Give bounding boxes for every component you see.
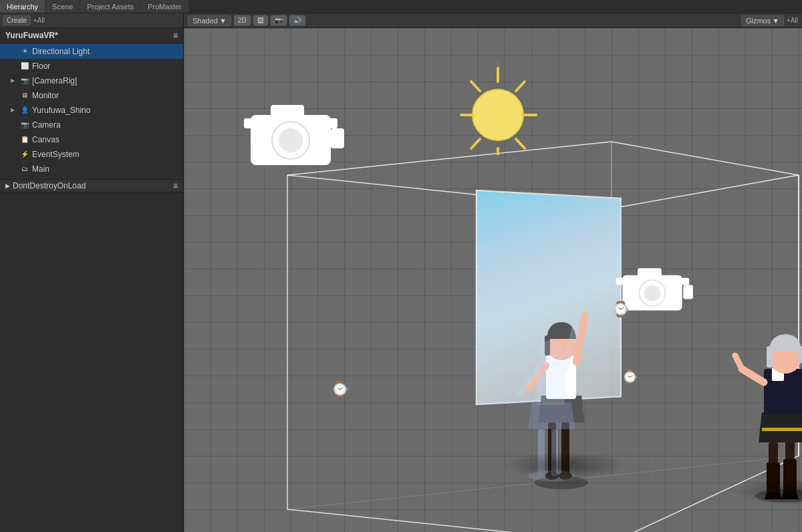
svg-line-29 [471,139,480,148]
scene-toolbar-right: Gizmos ▼ +All [741,15,798,26]
character-right [732,282,802,503]
gizmos-dropdown[interactable]: Gizmos ▼ [741,15,784,26]
all-label: +All [33,17,45,24]
section-menu-icon[interactable]: ≡ [173,181,178,190]
main-area: Create +All YuruFuwaVR* ≡ ☀ Directional … [0,13,802,532]
hierarchy-item-camera[interactable]: 📷 Camera [0,118,183,132]
hierarchy-item-floor[interactable]: ⬜ Floor [0,59,183,74]
dont-destroy-section: ▶ DontDestroyOnLoad ≡ [0,179,183,192]
scene-toolbar-left: Shaded ▼ 2D 🖼 📷 🔊 [188,15,305,26]
scene-title: YuruFuwaVR* ≡ [0,28,183,43]
main-icon: 🗂 [20,164,29,174]
item-label: Floor [32,60,50,72]
tab-promaster[interactable]: ProMaster [141,0,189,13]
camera-icon: 📷 [20,120,29,130]
svg-line-63 [742,369,764,382]
render-icon-btn[interactable]: 🖼 [253,15,268,25]
floor-shadow-right [732,479,802,505]
hierarchy-item-canvas[interactable]: 📋 Canvas [0,132,183,147]
svg-line-26 [471,82,480,91]
directional-light-icon: ☀ [20,47,29,56]
svg-rect-68 [798,346,802,363]
svg-rect-51 [537,362,565,405]
arrow-icon: ▶ [11,104,17,116]
shaded-dropdown[interactable]: Shaded ▼ [188,15,231,26]
item-label: Directional Light [32,45,90,57]
hierarchy-item-yurufuwa-shino[interactable]: ▶ 👤 Yurufuwa_Shino [0,103,183,118]
character-icon: 👤 [20,106,29,115]
svg-line-64 [735,356,742,369]
scene-canvas[interactable]: ⌚ ⌚ ⌚ [184,28,802,532]
scene-name: YuruFuwaVR* [5,31,58,40]
2d-toggle[interactable]: 2D [234,15,251,25]
extra-btn[interactable]: 📷 [271,15,287,25]
sidebar: Create +All YuruFuwaVR* ≡ ☀ Directional … [0,13,184,532]
svg-rect-34 [271,105,304,118]
dont-destroy-label: DontDestroyOnLoad [13,181,86,190]
scene-settings-icon[interactable]: ≡ [173,31,178,40]
svg-rect-76 [683,285,693,299]
svg-rect-75 [680,278,690,285]
vr-controller-mid: ⌚ [612,301,630,318]
all-right-label: +All [787,17,798,24]
monitor-icon: 🖥 [20,91,29,100]
arrow-icon: ▶ [11,75,17,87]
extra-btn2[interactable]: 🔊 [289,15,305,25]
hierarchy-list: ☀ Directional Light ⬜ Floor ▶ 📷 [CameraR… [0,43,183,532]
item-label: Camera [32,119,61,131]
svg-line-52 [519,372,537,394]
svg-point-21 [473,90,523,140]
svg-rect-77 [616,278,624,285]
svg-rect-37 [331,128,344,148]
floor-shadow-left [505,452,625,479]
sidebar-toolbar: Create +All [0,13,183,28]
vr-controller-left: ⌚ [331,381,349,398]
svg-line-27 [516,139,525,148]
create-button[interactable]: Create [3,15,31,25]
camera-icon-large [237,88,344,175]
svg-point-33 [279,128,303,152]
item-label: [CameraRig] [32,75,77,87]
svg-line-16 [612,142,799,175]
svg-rect-74 [638,268,662,278]
hierarchy-item-monitor[interactable]: 🖥 Monitor [0,88,183,103]
hierarchy-item-camerarig[interactable]: ▶ 📷 [CameraRig] [0,74,183,88]
sun-decoration [454,55,541,162]
item-label: Monitor [32,90,59,102]
svg-line-28 [516,82,525,91]
hierarchy-item-eventsystem[interactable]: ⚡ EventSystem [0,147,183,162]
svg-point-73 [644,285,660,301]
hierarchy-item-directional-light[interactable]: ☀ Directional Light [0,44,183,59]
section-expand-icon[interactable]: ▶ [5,182,10,189]
tab-hierarchy[interactable]: Hierarchy [0,0,45,13]
hierarchy-item-main[interactable]: 🗂 Main [0,162,183,176]
svg-rect-67 [767,346,773,368]
tab-scene[interactable]: Scene [45,0,80,13]
vr-controller-right: ⌚ [622,369,638,385]
top-tab-strip: Hierarchy Scene Project Assets ProMaster [0,0,802,13]
svg-line-53 [565,327,575,369]
svg-rect-35 [324,118,338,128]
scene-view: Shaded ▼ 2D 🖼 📷 🔊 Gizmos ▼ +All [184,13,802,532]
camera-rig-icon: 📷 [20,76,29,86]
item-label: Main [32,163,49,175]
floor-icon: ⬜ [20,61,29,71]
svg-point-54 [538,340,565,367]
canvas-icon: 📋 [20,135,29,144]
item-label: Yurufuwa_Shino [32,104,90,116]
item-label: EventSystem [32,148,80,160]
item-label: Canvas [32,134,59,146]
svg-rect-62 [762,428,802,431]
tab-project-assets[interactable]: Project Assets [80,0,141,13]
svg-rect-36 [244,118,252,128]
scene-toolbar: Shaded ▼ 2D 🖼 📷 🔊 Gizmos ▼ +All [184,13,802,28]
eventsystem-icon: ⚡ [20,150,29,159]
